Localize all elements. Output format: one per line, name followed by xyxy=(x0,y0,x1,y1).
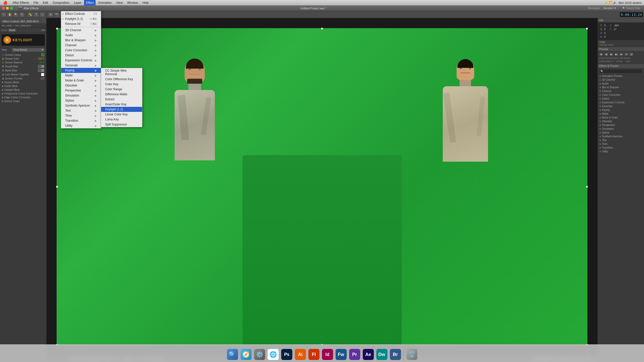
menu-keying[interactable]: Keying ▶ CC Simple Wire Removal Color Di… xyxy=(61,68,101,73)
effects-keying[interactable]: Keying xyxy=(598,108,644,112)
menu-composition[interactable]: Composition xyxy=(51,0,71,6)
breadcrumb-layer[interactable]: MVI_0095.MOV xyxy=(15,24,31,27)
preview-btn-start[interactable]: ⏮ xyxy=(599,53,603,56)
toolbar-rotate[interactable]: ↻ xyxy=(19,12,25,17)
preview-btn-prev[interactable]: ◀ xyxy=(604,53,608,56)
prop-screen-matte[interactable]: Screen Matte xyxy=(2,81,45,84)
dock-system-prefs[interactable]: ⚙️ xyxy=(253,348,266,361)
effects-distort[interactable]: Distort xyxy=(598,97,644,101)
menu-edit[interactable]: Edit xyxy=(41,0,50,6)
effects-animation-presets[interactable]: Animation Presets xyxy=(598,74,644,78)
keying-keylight[interactable]: Keylight (1.2) xyxy=(101,107,142,112)
effects-stylize[interactable]: Stylize xyxy=(598,131,644,134)
menu-noise-grain[interactable]: Noise & Grain ▶ xyxy=(61,78,101,83)
effects-time[interactable]: Time xyxy=(598,142,644,146)
menu-distort[interactable]: Distort ▶ xyxy=(61,53,101,58)
menu-keylight[interactable]: Keylight (1.2) ⌥⌘E xyxy=(61,16,101,21)
preview-btn-play[interactable]: ▶ xyxy=(609,53,613,56)
menu-perspective[interactable]: Perspective ▶ xyxy=(61,88,101,93)
dock-bridge[interactable]: Br xyxy=(389,348,402,361)
menu-stylize[interactable]: Stylize ▶ xyxy=(61,98,101,103)
effects-utility[interactable]: Utility xyxy=(598,150,644,153)
effects-matte[interactable]: Matte xyxy=(598,112,644,116)
effects-synthetic-aperture[interactable]: Synthetic Aperture xyxy=(598,134,644,138)
prop-value-screen-gain[interactable]: 100.0 xyxy=(38,57,44,60)
menu-file[interactable]: File xyxy=(31,0,40,6)
dock-trash[interactable]: 🗑️ xyxy=(405,348,418,361)
handle-left-mid[interactable] xyxy=(56,186,58,188)
menu-utility[interactable]: Utility ▶ xyxy=(61,123,101,128)
prop-source-crops[interactable]: Source Crops xyxy=(2,100,45,103)
toolbar-text[interactable]: T xyxy=(33,12,39,17)
effects-transition[interactable]: Transition xyxy=(598,146,644,150)
handle-right-mid[interactable] xyxy=(586,186,588,188)
prop-fg-colour-correction[interactable]: Foreground Colour Correction xyxy=(2,92,45,95)
toolbar-anchor[interactable]: ⊕ xyxy=(48,12,53,17)
dock-dreamweaver[interactable]: Dw xyxy=(375,348,388,361)
menu-effect-controls[interactable]: Effect Controls F3 xyxy=(61,11,101,16)
search-help[interactable]: 🔍 Search Help xyxy=(622,7,640,10)
dock-photoshop[interactable]: Ps xyxy=(280,348,293,361)
dock-finder[interactable]: 🔍 xyxy=(226,348,239,361)
dock-flash[interactable]: Fl xyxy=(307,348,320,361)
toolbar-pen[interactable]: ✏️ xyxy=(27,12,33,17)
effects-generate[interactable]: Generate xyxy=(598,104,644,108)
toolbar-camera[interactable]: 📷 xyxy=(54,12,59,17)
dock-chrome[interactable]: 🌐 xyxy=(267,348,280,361)
toolbar-hand[interactable]: ✋ xyxy=(7,12,13,17)
dock-indesign[interactable]: Id xyxy=(321,348,334,361)
tab-effect-controls[interactable]: Effect Controls: MVI_0095.MOV xyxy=(0,19,41,23)
keying-luma[interactable]: Luma Key xyxy=(101,117,142,122)
keying-color-diff[interactable]: Color Difference Key xyxy=(101,77,142,82)
prop-checkbox-lock-biases[interactable] xyxy=(41,73,44,76)
menu-simulation[interactable]: Simulation ▶ xyxy=(61,93,101,98)
prop-swatch-despill-bias[interactable] xyxy=(38,65,41,68)
breadcrumb-comp[interactable]: MVI_0095 xyxy=(2,24,12,27)
effects-search-input[interactable] xyxy=(599,69,642,73)
effects-expression-controls[interactable]: Expression Controls xyxy=(598,101,644,104)
effects-noise-grain[interactable]: Noise & Grain xyxy=(598,116,644,119)
prop-despill-bias[interactable]: Despill Bias xyxy=(2,65,45,68)
effects-channel[interactable]: Channel xyxy=(598,89,644,93)
menu-transition[interactable]: Transition ▶ xyxy=(61,118,101,123)
maximize-button[interactable] xyxy=(10,7,13,10)
menu-view[interactable]: View xyxy=(114,0,125,6)
keying-color-range[interactable]: Color Range xyxy=(101,87,142,92)
menu-obsolete[interactable]: Obsolete ▶ xyxy=(61,83,101,88)
view-dropdown[interactable]: Final Result xyxy=(12,48,45,52)
minimize-button[interactable] xyxy=(6,7,9,10)
prop-value-screen-preblur[interactable]: 0.0 xyxy=(41,77,44,80)
close-button[interactable] xyxy=(2,7,5,10)
prop-lock-biases[interactable]: Lock Biases Together xyxy=(2,73,45,76)
preview-btn-loop[interactable]: ↻ xyxy=(624,53,628,56)
menu-blur-sharpen[interactable]: Blur & Sharpen ▶ xyxy=(61,38,101,43)
menu-audio[interactable]: Audio ▶ xyxy=(61,33,101,38)
menu-expression-controls[interactable]: Expression Controls ▶ xyxy=(61,58,101,63)
menu-3d-channel[interactable]: 3D Channel ▶ xyxy=(61,28,101,33)
effects-3d-channel[interactable]: 3D Channel xyxy=(598,78,644,82)
prop-edge-colour-correction[interactable]: Edge Colour Correction xyxy=(2,96,45,99)
keying-extract[interactable]: Extract xyxy=(101,97,142,102)
dock-aftereffects[interactable]: Ae xyxy=(362,348,375,361)
menu-effect[interactable]: Effect xyxy=(84,0,96,6)
toolbar-shape[interactable]: □ xyxy=(39,12,45,17)
menu-channel[interactable]: Channel ▶ xyxy=(61,43,101,48)
menu-help[interactable]: Help xyxy=(140,0,151,6)
preview-btn-end[interactable]: ⏭ xyxy=(619,53,623,56)
prop-screen-balance[interactable]: Screen Balance 50.0 xyxy=(2,61,45,64)
keying-color-key[interactable]: Color Key xyxy=(101,82,142,87)
dock-safari[interactable]: 🧭 xyxy=(239,348,253,361)
prop-swatch2-despill-bias[interactable] xyxy=(41,65,44,68)
menu-matte[interactable]: Matte ▶ xyxy=(61,73,101,78)
toolbar-zoom[interactable]: 🔍 xyxy=(13,12,19,17)
dock-premiere[interactable]: Pr xyxy=(348,348,361,361)
dock-fireworks[interactable]: Fw xyxy=(335,348,348,361)
effects-color-correction[interactable]: Color Correction xyxy=(598,93,644,97)
menu-remove-all[interactable]: Remove All ⇧⌘E xyxy=(61,21,101,26)
menu-aftereffects[interactable]: After Effects xyxy=(11,0,31,6)
effects-blur-sharpen[interactable]: Blur & Sharpen xyxy=(598,85,644,89)
menu-generate[interactable]: Generate ▶ xyxy=(61,63,101,68)
effects-audio[interactable]: Audio xyxy=(598,82,644,85)
effects-simulation[interactable]: Simulation xyxy=(598,127,644,131)
prop-screen-preblur[interactable]: Screen Pre-blur 0.0 xyxy=(2,77,45,80)
